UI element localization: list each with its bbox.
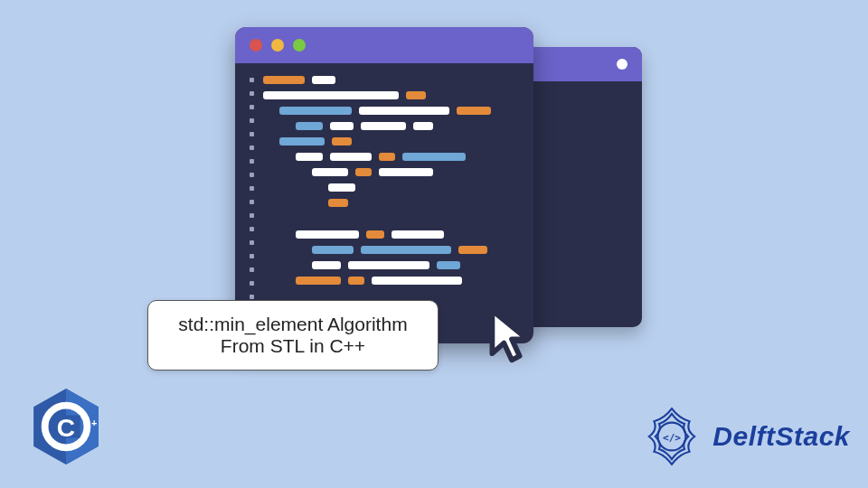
svg-text:C: C — [57, 414, 75, 442]
delftstack-logo-icon: </> — [640, 405, 703, 468]
title-card: std::min_element Algorithm From STL in C… — [147, 300, 439, 371]
window-dot-icon — [617, 59, 627, 70]
cursor-arrow-icon — [479, 303, 544, 368]
traffic-light-green-icon — [293, 39, 306, 52]
title-line-1: std::min_element Algorithm — [163, 314, 423, 335]
titlebar-front — [235, 27, 533, 63]
code-lines — [263, 76, 519, 299]
code-area — [235, 63, 533, 314]
cpp-logo-icon: C + + — [31, 387, 101, 466]
traffic-light-red-icon — [250, 39, 262, 52]
svg-text:+: + — [83, 418, 89, 428]
brand-name: DelftStack — [712, 421, 850, 452]
brand: </> DelftStack — [640, 405, 850, 468]
line-number-gutter — [250, 76, 254, 299]
title-line-2: From STL in C++ — [163, 335, 423, 357]
svg-text:+: + — [91, 418, 97, 428]
code-window-front — [235, 27, 533, 343]
svg-text:</>: </> — [663, 432, 681, 444]
traffic-light-yellow-icon — [271, 39, 284, 52]
